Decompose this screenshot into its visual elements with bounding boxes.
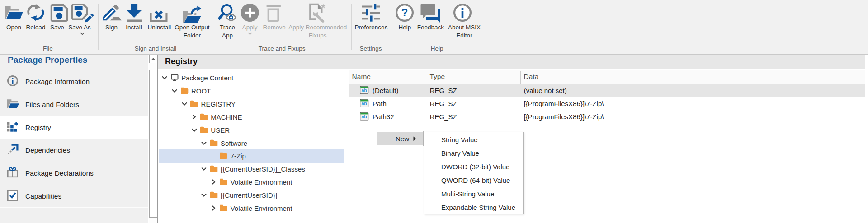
svg-text:ab: ab: [361, 88, 367, 93]
svg-text:ab: ab: [361, 101, 367, 106]
svg-text:ab: ab: [361, 114, 367, 119]
svg-text:?: ?: [401, 6, 408, 19]
